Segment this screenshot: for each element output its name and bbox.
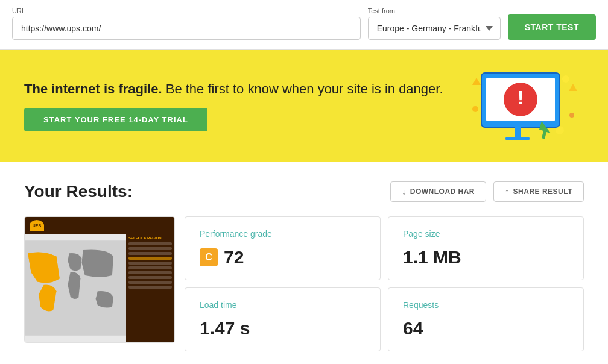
svg-rect-2 — [515, 127, 521, 137]
banner-bold-text: The internet is fragile. — [24, 81, 162, 96]
banner-text: The internet is fragile. Be the first to… — [24, 81, 463, 131]
url-input[interactable] — [12, 17, 361, 40]
test-from-label: Test from — [368, 7, 501, 14]
results-section: Your Results: DOWNLOAD HAR SHARE RESULT … — [0, 162, 608, 364]
svg-point-9 — [569, 113, 574, 118]
download-icon — [402, 187, 407, 196]
monitor-illustration: ! — [469, 67, 578, 145]
grade-badge: C — [200, 248, 218, 266]
url-group: URL — [12, 7, 361, 40]
requests-value: 64 — [403, 318, 569, 339]
ups-header-bar: UPS — [25, 217, 174, 234]
results-header: Your Results: DOWNLOAD HAR SHARE RESULT — [24, 181, 584, 202]
test-from-select[interactable]: Europe - Germany - Frankfurt US - Califo… — [368, 17, 501, 40]
url-label: URL — [12, 7, 361, 14]
banner-message: The internet is fragile. Be the first to… — [24, 81, 463, 97]
load-time-card: Load time 1.47 s — [185, 287, 381, 351]
svg-point-10 — [556, 126, 564, 134]
results-actions: DOWNLOAD HAR SHARE RESULT — [390, 181, 584, 202]
svg-point-8 — [472, 106, 478, 112]
test-from-group: Test from Europe - Germany - Frankfurt U… — [368, 7, 501, 40]
share-icon — [505, 187, 510, 196]
requests-label: Requests — [403, 300, 569, 310]
ups-logo: UPS — [30, 220, 44, 231]
page-size-label: Page size — [403, 229, 569, 239]
performance-score: 72 — [224, 247, 244, 268]
svg-text:!: ! — [518, 87, 524, 108]
ups-map-svg — [25, 234, 126, 342]
banner-cta-button[interactable]: START YOUR FREE 14-DAY TRIAL — [24, 108, 207, 131]
start-test-button[interactable]: START TEST — [508, 14, 596, 40]
svg-rect-3 — [505, 137, 530, 140]
page-size-value: 1.1 MB — [403, 247, 569, 268]
share-result-button[interactable]: SHARE RESULT — [493, 181, 584, 202]
banner-section: The internet is fragile. Be the first to… — [0, 50, 608, 162]
share-result-label: SHARE RESULT — [513, 187, 572, 196]
performance-grade-label: Performance grade — [200, 229, 366, 239]
load-time-label: Load time — [200, 300, 366, 310]
performance-grade-value: C 72 — [200, 247, 366, 268]
screenshot-card: UPS — [24, 216, 175, 343]
svg-marker-12 — [569, 84, 577, 91]
load-time-value: 1.47 s — [200, 318, 366, 339]
banner-illustration: ! — [463, 67, 584, 145]
header-section: URL Test from Europe - Germany - Frankfu… — [0, 0, 608, 50]
header-row: URL Test from Europe - Germany - Frankfu… — [12, 7, 596, 40]
page-size-card: Page size 1.1 MB — [388, 216, 584, 280]
results-grid: UPS — [24, 216, 584, 351]
download-har-label: DOWNLOAD HAR — [410, 187, 475, 196]
banner-normal-text: Be the first to know when your site is i… — [166, 81, 443, 96]
svg-marker-11 — [472, 78, 481, 85]
ups-screenshot: UPS — [25, 217, 174, 342]
svg-point-7 — [562, 75, 569, 83]
performance-grade-card: Performance grade C 72 — [185, 216, 381, 280]
ups-sidebar: SELECT A REGION — [126, 234, 174, 342]
ups-body: SELECT A REGION — [25, 234, 174, 342]
requests-card: Requests 64 — [388, 287, 584, 351]
metrics-grid: Performance grade C 72 Page size 1.1 MB … — [185, 216, 584, 351]
ups-map-area — [25, 234, 126, 342]
download-har-button[interactable]: DOWNLOAD HAR — [390, 181, 486, 202]
results-title: Your Results: — [24, 182, 133, 201]
